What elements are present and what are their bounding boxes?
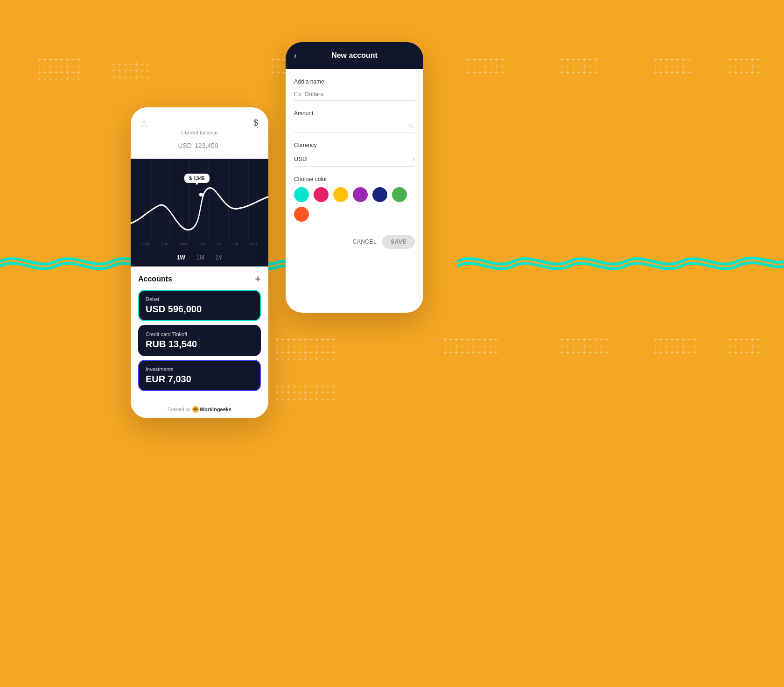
- calculator-icon[interactable]: ⁺⁄₋: [407, 122, 415, 130]
- back-button[interactable]: ‹: [294, 51, 297, 61]
- name-label: Add a name: [294, 78, 415, 85]
- account-amount-credit: RUB 13,540: [146, 339, 253, 350]
- account-amount-investments: EUR 7,030: [146, 374, 253, 385]
- dollar-icon[interactable]: $: [253, 118, 258, 128]
- name-input[interactable]: [294, 88, 415, 101]
- color-pink[interactable]: [314, 187, 329, 202]
- wg-icon: Workingeeks: [192, 406, 231, 413]
- color-grid: [294, 187, 415, 222]
- accounts-title: Accounts: [138, 275, 172, 283]
- color-navy[interactable]: [372, 187, 387, 202]
- modal-body: Add a name Amount ⁺⁄₋ Currency USD › Cho…: [286, 69, 423, 263]
- account-name-investments: Investments: [146, 366, 253, 372]
- modal-actions: CANCEL SAVE: [294, 235, 415, 253]
- color-label: Choose color: [294, 176, 415, 182]
- amount-row: ⁺⁄₋: [294, 119, 415, 133]
- period-tab-1w[interactable]: 1W: [177, 254, 185, 261]
- modal-header: ‹ New account: [286, 42, 423, 69]
- name-field-group: Add a name: [294, 78, 415, 101]
- currency-label: Currency: [294, 142, 415, 148]
- currency-value: USD: [294, 155, 307, 162]
- balance-label: Current balance: [141, 130, 258, 135]
- amount-label: Amount: [294, 110, 415, 117]
- account-card-debet[interactable]: Debet USD 596,000: [138, 290, 261, 321]
- account-amount-debet: USD 596,000: [146, 304, 253, 315]
- color-yellow[interactable]: [333, 187, 348, 202]
- chart-dot: [199, 193, 203, 196]
- color-orange[interactable]: [294, 207, 309, 222]
- period-tabs: 1W 1M 1Y: [131, 250, 268, 266]
- accounts-section: Accounts + Debet USD 596,000 Credit card…: [131, 266, 268, 400]
- cancel-button[interactable]: CANCEL: [353, 235, 377, 249]
- modal-title: New account: [294, 51, 415, 60]
- accounts-header: Accounts +: [138, 274, 261, 284]
- footer-brand-name: Workingeeks: [200, 407, 231, 412]
- account-card-investments[interactable]: Investments EUR 7,030: [138, 360, 261, 391]
- chart-tooltip: $ 1345: [184, 174, 210, 183]
- phone-left: △ $ Current balance USD123,450 $ 1345 mo…: [131, 107, 268, 418]
- alert-icon[interactable]: △: [141, 118, 147, 128]
- balance-currency: USD: [178, 142, 192, 149]
- period-tab-1m[interactable]: 1M: [196, 254, 204, 261]
- currency-selector[interactable]: USD ›: [294, 151, 415, 167]
- amount-input[interactable]: [294, 119, 407, 132]
- chart-area: $ 1345 mon tue wed thu fri sat sun: [131, 159, 268, 250]
- footer-branding: Created by Workingeeks: [136, 406, 263, 413]
- color-purple[interactable]: [353, 187, 368, 202]
- currency-field-group: Currency USD ›: [294, 142, 415, 167]
- color-green[interactable]: [392, 187, 407, 202]
- account-name-credit: Credit card Tinkoff: [146, 331, 253, 337]
- phone-footer: Created by Workingeeks: [131, 400, 268, 418]
- amount-field-group: Amount ⁺⁄₋: [294, 110, 415, 133]
- balance-section: △ $ Current balance USD123,450: [131, 107, 268, 159]
- period-tab-1y[interactable]: 1Y: [215, 254, 222, 261]
- color-teal[interactable]: [294, 187, 309, 202]
- add-account-button[interactable]: +: [255, 274, 261, 284]
- chevron-right-icon: ›: [413, 155, 415, 162]
- balance-value: USD123,450: [141, 136, 258, 151]
- save-button[interactable]: SAVE: [382, 235, 415, 249]
- account-name-debet: Debet: [146, 296, 253, 302]
- footer-created-text: Created by: [168, 407, 190, 412]
- chart-labels: mon tue wed thu fri sat sun: [131, 241, 268, 246]
- account-card-credit[interactable]: Credit card Tinkoff RUB 13,540: [138, 325, 261, 356]
- color-picker-group: Choose color: [294, 176, 415, 222]
- phone-right: ‹ New account Add a name Amount ⁺⁄₋ Curr…: [286, 42, 423, 313]
